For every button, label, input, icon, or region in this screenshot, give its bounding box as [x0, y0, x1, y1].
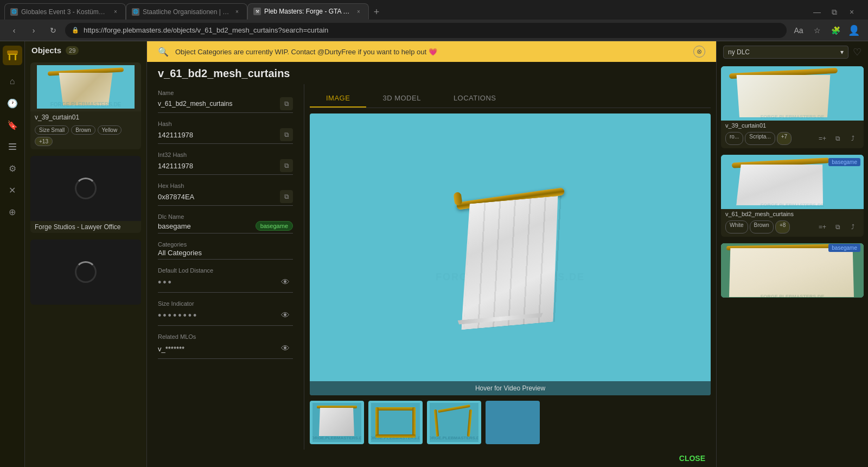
extensions-button[interactable]: 🧩: [828, 23, 843, 38]
tag-more[interactable]: +13: [35, 137, 53, 146]
svg-rect-1: [9, 55, 10, 60]
right-tag-scripta[interactable]: Scripta...: [745, 132, 775, 145]
app-logo[interactable]: [3, 46, 22, 65]
tag-size-small[interactable]: Size Small: [35, 125, 69, 135]
refresh-button[interactable]: ↻: [46, 23, 61, 38]
tab-3d-model[interactable]: 3D MODEL: [366, 90, 437, 108]
copy-hex-button[interactable]: ⧉: [280, 190, 293, 203]
back-button[interactable]: ‹: [7, 23, 22, 38]
list-item[interactable]: [30, 239, 141, 305]
list-item[interactable]: Forge Studios - Lawyer Office: [30, 156, 141, 233]
prop-mlos-label: Related MLOs: [158, 333, 293, 340]
right-tag-white[interactable]: White: [725, 220, 748, 234]
tab2-label: Staatliche Organisationen | Gr...: [143, 8, 229, 16]
tab3-label: Pleb Masters: Forge - GTA V Ob...: [264, 8, 351, 15]
share-button-1[interactable]: ⤴: [846, 132, 859, 145]
objects-panel-title: Objects: [31, 46, 61, 55]
sidebar-list-icon[interactable]: [3, 137, 22, 156]
sidebar-settings-icon[interactable]: ⚙: [3, 159, 22, 178]
svg-rect-5: [9, 146, 16, 147]
right-item-2-name-row: v_61_bd2_mesh_curtains: [721, 209, 864, 219]
notification-search-icon: 🔍: [158, 47, 169, 57]
tab3-close[interactable]: ×: [354, 7, 363, 16]
sidebar-home-icon[interactable]: ⌂: [3, 72, 22, 91]
sidebar-more-icon[interactable]: ⊕: [3, 202, 22, 222]
copy-name-button[interactable]: ⧉: [280, 97, 293, 110]
copy-button-2[interactable]: ⧉: [831, 220, 844, 234]
dlc-badge: basegame: [256, 221, 293, 231]
object-item-1-image: FORGE.PLEBMASTERS.DE: [30, 62, 141, 111]
prop-dlc-label: Dlc Name: [158, 213, 293, 220]
prop-lod-value: •••: [158, 277, 173, 288]
view-tabs: IMAGE 3D MODEL LOCATIONS: [310, 90, 711, 108]
tag-yellow[interactable]: Yellow: [98, 125, 122, 135]
object-item-1-label: v_39_curtain01: [30, 111, 141, 123]
tab-close-window-button[interactable]: ×: [844, 4, 859, 20]
sidebar-tools-icon[interactable]: ✕: [3, 180, 22, 200]
thumbnail-1[interactable]: FORGE.PLEBMASTERS.DE: [310, 401, 364, 444]
right-tag-ro[interactable]: ro...: [725, 132, 743, 145]
prop-categories-label: Categories: [158, 241, 293, 248]
dlc-dropdown[interactable]: ny DLC ▾: [723, 46, 848, 59]
thumbnail-3[interactable]: FORGE.PLEBMASTERS.DE: [427, 401, 481, 444]
sidebar-history-icon[interactable]: 🕐: [3, 93, 22, 113]
tab-locations[interactable]: LOCATIONS: [437, 90, 513, 108]
filter-button-2[interactable]: =+: [816, 220, 829, 234]
dropdown-chevron-icon: ▾: [840, 48, 844, 56]
notification-close-button[interactable]: ⊗: [693, 46, 705, 58]
tab-image[interactable]: IMAGE: [310, 90, 366, 108]
prop-categories-row: Categories All Categories: [158, 241, 293, 260]
list-item[interactable]: FORGE.PLEBMASTERS.DE v_39_curtain01 ro..…: [721, 66, 864, 148]
right-item-3-image: basegame FORGE.PLEBMASTERS.DE: [721, 243, 864, 298]
bookmark-button[interactable]: ☆: [809, 23, 825, 38]
right-tag-more-2[interactable]: +8: [775, 220, 790, 234]
thumbnail-2[interactable]: FORGE.PLEBMASTERS.DE: [368, 401, 423, 444]
copy-int32-button[interactable]: ⧉: [280, 159, 293, 172]
lock-icon: 🔒: [72, 27, 79, 34]
tab-restore-button[interactable]: ⧉: [827, 4, 842, 20]
copy-button-1[interactable]: ⧉: [831, 132, 844, 145]
lod-visibility-button[interactable]: 👁: [278, 275, 293, 290]
tab3-favicon: ⚒: [253, 8, 261, 15]
tag-brown[interactable]: Brown: [71, 125, 95, 135]
right-item-2-image: basegame FORGE.PLEBMASTERS.DE: [721, 155, 864, 209]
image-panel: IMAGE 3D MODEL LOCATIONS ⚔ FORGE.PLEBMAS…: [304, 84, 716, 450]
right-item-1-actions: =+ ⧉ ⤴: [816, 132, 859, 145]
browser-tab-1[interactable]: 🌐 Globales Event 3 - Kostümwett... ×: [4, 3, 126, 20]
sidebar-bookmarks-icon[interactable]: 🔖: [3, 115, 22, 135]
forward-button[interactable]: ›: [26, 23, 41, 38]
right-tag-brown[interactable]: Brown: [750, 220, 774, 234]
prop-size-value: ••••••••: [158, 310, 198, 321]
browser-tab-3[interactable]: ⚒ Pleb Masters: Forge - GTA V Ob... ×: [247, 3, 369, 20]
objects-panel-header: Objects 29: [25, 41, 146, 59]
tab1-favicon: 🌐: [10, 8, 18, 16]
thumbnail-4[interactable]: [486, 401, 540, 444]
copy-hash-button[interactable]: ⧉: [280, 128, 293, 141]
thumbnail-row: FORGE.PLEBMASTERS.DE FORGE.PLEBMASTERS.D…: [310, 401, 711, 444]
detail-area: 🔍 Object Categories are currently WIP. C…: [147, 41, 716, 467]
translate-button[interactable]: Aa: [791, 23, 806, 38]
tab-minimize-button[interactable]: —: [809, 4, 825, 20]
right-item-2-label: v_61_bd2_mesh_curtains: [725, 211, 794, 217]
tab2-close[interactable]: ×: [233, 8, 241, 16]
right-tag-more[interactable]: +7: [777, 132, 792, 145]
right-item-2-badge: basegame: [828, 158, 860, 166]
list-item[interactable]: basegame FORGE.PLEBMASTERS.DE v_61_bd2_m…: [721, 155, 864, 237]
url-bar[interactable]: 🔒 https://forge.plebmasters.de/objects/v…: [65, 23, 787, 38]
close-button[interactable]: CLOSE: [147, 450, 716, 467]
tab1-close[interactable]: ×: [111, 8, 120, 16]
browser-tab-2[interactable]: 🌐 Staatliche Organisationen | Gr... ×: [126, 3, 247, 20]
right-item-1-name-row: v_39_curtain01: [721, 121, 864, 130]
filter-button-1[interactable]: =+: [816, 132, 829, 145]
prop-hex-label: Hex Hash: [158, 182, 293, 189]
list-item[interactable]: FORGE.PLEBMASTERS.DE v_39_curtain01 Size…: [30, 62, 141, 149]
curtain-rod-end-left: [453, 192, 462, 206]
browser-tab-bar: 🌐 Globales Event 3 - Kostümwett... × 🌐 S…: [0, 0, 868, 20]
new-tab-button[interactable]: +: [369, 4, 384, 20]
profile-button[interactable]: 👤: [846, 23, 861, 38]
mlos-visibility-button[interactable]: 👁: [278, 341, 293, 356]
share-button-2[interactable]: ⤴: [846, 220, 859, 234]
size-visibility-button[interactable]: 👁: [278, 308, 293, 323]
favorite-button[interactable]: ♡: [853, 46, 861, 58]
list-item[interactable]: basegame FORGE.PLEBMASTERS.DE: [721, 243, 864, 298]
